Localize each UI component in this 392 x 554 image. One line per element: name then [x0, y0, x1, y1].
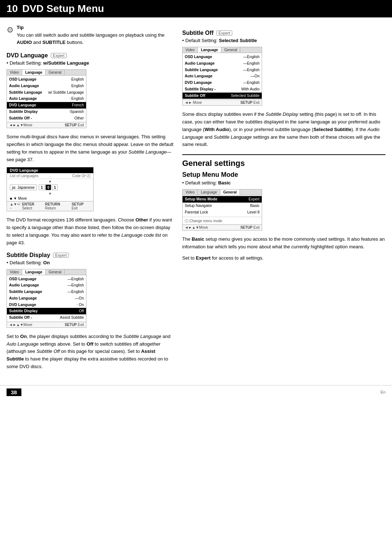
- menu-row: Audio Language—English: [183, 60, 262, 67]
- lang-footer: ▲▼+/− ENTER Select RETURN Return SETUP E…: [7, 201, 93, 211]
- menu-tab-video-sd[interactable]: Video: [7, 269, 22, 275]
- menu-rows-smm: Setup Menu ModeExpert Setup NavigatorBas…: [183, 195, 262, 216]
- menu-row: DVD Language—English: [183, 80, 262, 86]
- menu-tab-general-so[interactable]: General: [221, 47, 241, 53]
- menu-row: Parental LockLevel 8: [183, 209, 262, 216]
- menu-setup-exit-smm[interactable]: SETUP Exit: [240, 225, 260, 229]
- lang-nav-keys: ▲▼+/−: [10, 202, 22, 210]
- lang-code-box-1: 0: [45, 184, 51, 190]
- menu-tab-general-smm[interactable]: General: [220, 190, 240, 195]
- lang-code-box-0: 1: [39, 184, 45, 190]
- subtitle-off-body: Some discs display subtitles even if the…: [182, 111, 385, 148]
- lang-code-list-link: Language code list: [122, 232, 161, 238]
- menu-footer-so: ◄► Move SETUP Exit: [183, 99, 262, 105]
- menu-tab-general-sd[interactable]: General: [46, 269, 65, 275]
- dvd-language-body2: The DVD format recognizes 136 different …: [7, 216, 173, 247]
- up-arrow: ▲: [7, 179, 93, 183]
- menu-row: Subtitle Language—English: [7, 289, 86, 295]
- expert-bold: Expert: [196, 255, 211, 261]
- subtitle-off-menu-screen: Video Language General OSD Language—Engl…: [182, 47, 262, 106]
- subtitle-off-expert-badge: Expert: [216, 30, 232, 36]
- menu-nav-keys-smm: ◄►▲▼Move: [185, 225, 208, 229]
- menu-row-selected[interactable]: DVD LanguageFrench: [7, 102, 86, 109]
- menu-footer-1: ◄►▲▼Move SETUP Exit: [7, 122, 86, 128]
- menu-nav-keys-so: ◄► Move: [185, 101, 202, 105]
- other-bold: Other: [135, 217, 148, 223]
- menu-nav-keys-sd: ◄►▲▼Move: [9, 323, 32, 327]
- page-header: 10 DVD Setup Menu: [0, 0, 392, 17]
- subtitle-display-default-value: On: [43, 260, 50, 265]
- menu-rows-so: OSD Language—English Audio Language—Engl…: [183, 53, 262, 99]
- tip-bold1: AUDIO: [17, 40, 32, 45]
- dvd-language-code-screen: DVD Language List of Languages Code (0~2…: [7, 167, 94, 211]
- with-audio-bold: With Audio: [204, 127, 229, 132]
- subtitle-display-body: Set to On, the player displays subtitles…: [7, 333, 173, 371]
- menu-setup-exit-sd[interactable]: SETUP Exit: [65, 323, 84, 327]
- lang-code-box-2: 1: [52, 184, 58, 190]
- move-label-row: ■▼ Move: [7, 196, 93, 201]
- menu-rows-sd: OSD Language—English Audio Language—Engl…: [7, 275, 86, 322]
- menu-row: Subtitle Display·Spanish: [7, 109, 86, 115]
- lang-name: ja: Japanese: [10, 184, 37, 190]
- setup-menu-mode-body1: The Basic setup menu gives you access to…: [182, 236, 385, 251]
- subtitle-display-menu-screen: Video Language General OSD Language—Engl…: [7, 269, 86, 328]
- main-content: ⚙ Tip You can still switch audio and sub…: [0, 17, 392, 382]
- dvd-language-heading: DVD Language Expert: [7, 52, 173, 59]
- menu-row-selected-smm[interactable]: Setup Menu ModeExpert: [183, 196, 262, 203]
- menu-row: Setup NavigatorBasic: [183, 203, 262, 209]
- on-bold: On: [20, 334, 27, 339]
- lang-return[interactable]: RETURN Return: [45, 202, 72, 210]
- setup-menu-mode-heading: Setup Menu Mode: [182, 171, 385, 179]
- menu-rows-1: OSD LanguageEnglish Audio LanguageEnglis…: [7, 76, 86, 122]
- lang-code-boxes: 1 0 1: [39, 184, 58, 190]
- tip-label: Tip: [17, 25, 173, 30]
- menu-row: Subtitle Off -Other: [7, 115, 86, 122]
- menu-row: Subtitle Languagew/ Subtitle Language: [7, 89, 86, 96]
- menu-row: OSD LanguageEnglish: [7, 76, 86, 83]
- page-title: DVD Setup Menu: [22, 3, 104, 15]
- lang-header: DVD Language: [7, 167, 93, 173]
- subtitle-off-default-value: Selected Subtitle: [219, 38, 257, 43]
- menu-tab-video-smm[interactable]: Video: [183, 190, 198, 195]
- menu-setup-exit[interactable]: SETUP Exit: [65, 123, 84, 127]
- menu-tabs-1: Video Language General: [7, 70, 86, 76]
- menu-footer-smm: ◄►▲▼Move SETUP Exit: [183, 224, 262, 230]
- menu-tabs-so: Video Language General: [183, 47, 262, 53]
- tip-icon: ⚙: [7, 25, 14, 35]
- menu-tab-video-so[interactable]: Video: [183, 47, 198, 53]
- setup-menu-mode-screen: Video Language General Setup Menu ModeEx…: [182, 189, 262, 231]
- setup-menu-mode-body2: Set to Expert for access to all settings…: [182, 254, 385, 262]
- menu-tab-language-smm[interactable]: Language: [198, 190, 220, 195]
- subtitle-display-default: •Default Setting: On: [7, 260, 173, 265]
- menu-tab-language[interactable]: Language: [22, 70, 45, 75]
- subtitle-display-heading: Subtitle Display Expert: [7, 252, 173, 258]
- subtitle-language-link: Subtitle Language: [128, 149, 167, 155]
- menu-row: OSD Language—English: [7, 276, 86, 282]
- menu-tab-language-so[interactable]: Language: [198, 47, 221, 53]
- subtitle-display-expert-badge: Expert: [53, 253, 69, 258]
- menu-tab-video[interactable]: Video: [7, 70, 22, 75]
- tip-bold2: SUBTITLE: [42, 40, 66, 45]
- menu-row: DVD Language· On: [7, 302, 86, 308]
- menu-row: Auto Language—On: [7, 295, 86, 302]
- tip-box: ⚙ Tip You can still switch audio and sub…: [7, 25, 173, 46]
- menu-row-selected-so[interactable]: Subtitle OffSelected Subtitle: [183, 93, 262, 99]
- menu-row: Auto Language—On: [183, 73, 262, 80]
- selected-subtitle-bold: Selected Subtitle: [313, 127, 351, 132]
- menu-row-selected-sd[interactable]: Subtitle DisplayOff: [7, 308, 86, 314]
- dvd-language-default: •Default Setting: w/Subtitle Language: [7, 60, 173, 66]
- lang-input-row: ja: Japanese 1 0 1: [7, 183, 93, 192]
- tip-text: You can still switch audio and subtitle …: [17, 32, 173, 46]
- page-lang-code: En: [381, 390, 385, 394]
- menu-tab-language-sd[interactable]: Language: [22, 269, 45, 275]
- menu-tab-general[interactable]: General: [46, 70, 65, 75]
- dvd-language-expert-badge: Expert: [51, 53, 67, 58]
- setup-menu-mode-default: •Default setting: Basic: [182, 180, 385, 186]
- dvd-language-menu-screen: Video Language General OSD LanguageEngli…: [7, 69, 86, 128]
- lang-setup[interactable]: SETUP Exit: [72, 202, 90, 210]
- menu-row: Audio Language—English: [7, 282, 86, 289]
- menu-nav-keys: ◄►▲▼Move: [9, 123, 32, 127]
- menu-setup-exit-so[interactable]: SETUP Exit: [240, 101, 260, 105]
- lang-enter[interactable]: ENTER Select: [22, 202, 45, 210]
- setup-menu-mode-default-value: Basic: [218, 180, 231, 186]
